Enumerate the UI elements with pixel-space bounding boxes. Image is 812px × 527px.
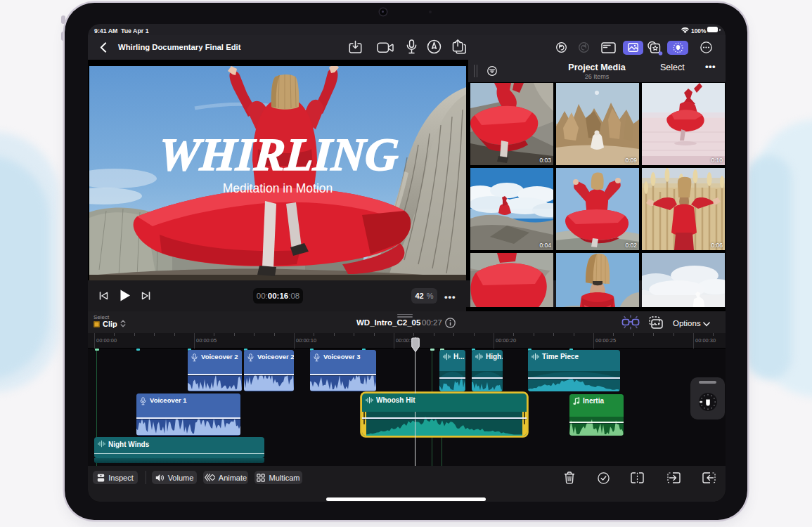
- svg-text:WHIRLING: WHIRLING: [157, 129, 400, 180]
- svg-text:Meditation in Motion: Meditation in Motion: [223, 181, 333, 195]
